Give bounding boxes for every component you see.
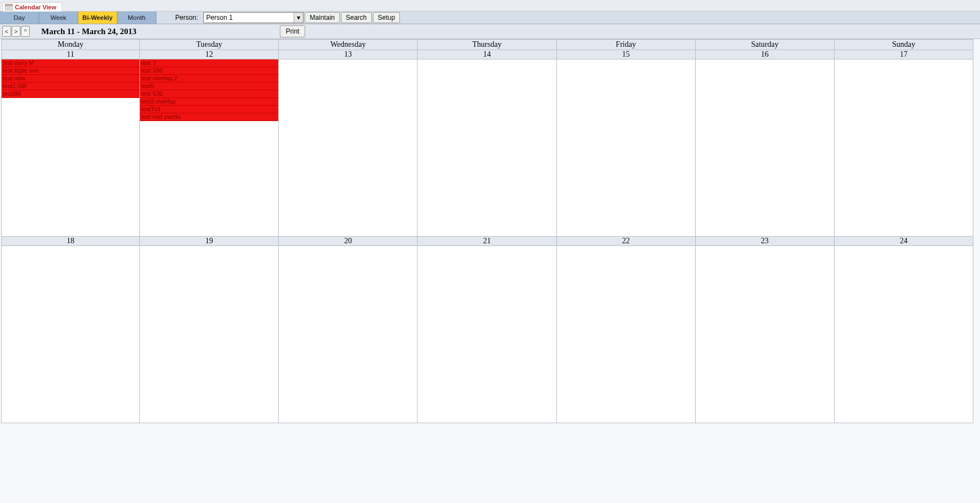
day-header: Wednesday: [279, 39, 418, 50]
date-header: 13: [279, 50, 418, 59]
calendar-event[interactable]: test 3: [140, 59, 278, 67]
week1-date-header: 11 12 13 14 15 16 17: [1, 50, 973, 59]
day-cell-19[interactable]: [140, 246, 279, 423]
date-header: 11: [1, 50, 140, 59]
day-cell-15[interactable]: [557, 59, 696, 237]
calendar-event[interactable]: test5: [140, 83, 278, 90]
svg-rect-3: [7, 8, 12, 9]
calendar-event[interactable]: test early M: [2, 59, 139, 67]
person-select-value: Person 1: [204, 14, 294, 21]
day-cell-12[interactable]: test 3 test 330 test overlap 2 test5 tes…: [140, 59, 279, 237]
week2-date-header: 18 19 20 21 22 23 24: [1, 237, 973, 246]
person-label: Person:: [173, 12, 203, 24]
day-cell-14[interactable]: [418, 59, 556, 237]
day-header: Tuesday: [140, 39, 279, 50]
calendar-event[interactable]: test 330: [140, 67, 278, 75]
day-header: Saturday: [696, 39, 835, 50]
print-button[interactable]: Print: [280, 25, 306, 37]
calendar-event[interactable]: testTu1: [140, 106, 278, 113]
next-button[interactable]: >: [12, 26, 20, 37]
day-cell-22[interactable]: [557, 246, 696, 423]
date-header: 19: [140, 237, 279, 246]
date-header: 20: [279, 237, 418, 246]
view-tab-day[interactable]: Day: [0, 12, 39, 24]
day-cell-24[interactable]: [835, 246, 973, 423]
setup-button[interactable]: Setup: [373, 12, 400, 23]
document-tab-bar: Calendar View: [0, 0, 980, 12]
day-cell-18[interactable]: [1, 246, 140, 423]
search-button[interactable]: Search: [341, 12, 372, 23]
calendar-event[interactable]: test overlap 2: [140, 75, 278, 83]
date-range-label: March 11 - March 24, 2013: [41, 27, 137, 36]
date-header: 24: [835, 237, 973, 246]
view-tab-week[interactable]: Week: [39, 12, 78, 24]
maintain-button[interactable]: Maintain: [305, 12, 339, 23]
date-header: 21: [418, 237, 556, 246]
day-cell-21[interactable]: [418, 246, 556, 423]
calendar-event[interactable]: test triple ove: [2, 67, 139, 75]
day-cell-11[interactable]: test early M test triple ove test new te…: [1, 59, 140, 237]
day-header: Friday: [557, 39, 696, 50]
date-header: 14: [418, 50, 556, 59]
day-header: Thursday: [418, 39, 556, 50]
up-button[interactable]: ^: [21, 26, 30, 37]
view-toolbar: Day Week Bi-Weekly Month Person: Person …: [0, 12, 980, 24]
prev-button[interactable]: <: [2, 26, 11, 37]
document-tab-calendar-view[interactable]: Calendar View: [2, 2, 62, 12]
date-header: 15: [557, 50, 696, 59]
date-header: 17: [835, 50, 973, 59]
day-header: Sunday: [835, 39, 973, 50]
person-select[interactable]: Person 1 ▾: [203, 12, 304, 23]
day-cell-20[interactable]: [279, 246, 418, 423]
calendar-event[interactable]: test3M: [2, 90, 139, 98]
spacer: [156, 12, 173, 24]
chevron-down-icon: ▾: [294, 13, 303, 23]
week1-row: test early M test triple ove test new te…: [1, 59, 973, 237]
date-header: 12: [140, 50, 279, 59]
calendar-event[interactable]: test new: [2, 75, 139, 83]
calendar-event[interactable]: test 530: [140, 90, 278, 98]
view-tab-biweekly[interactable]: Bi-Weekly: [78, 12, 117, 24]
calendar-event[interactable]: test1-5M: [2, 83, 139, 90]
svg-rect-1: [6, 4, 12, 6]
calendar-grid: Monday Tuesday Wednesday Thursday Friday…: [1, 39, 973, 423]
day-cell-17[interactable]: [835, 59, 973, 237]
document-tab-label: Calendar View: [15, 4, 56, 10]
day-cell-23[interactable]: [696, 246, 835, 423]
day-cell-16[interactable]: [696, 59, 835, 237]
date-header: 23: [696, 237, 835, 246]
date-range-bar: < > ^ March 11 - March 24, 2013 Print: [0, 24, 980, 39]
view-tab-month[interactable]: Month: [117, 12, 156, 24]
svg-rect-2: [7, 7, 12, 7]
date-header: 16: [696, 50, 835, 59]
day-name-header: Monday Tuesday Wednesday Thursday Friday…: [1, 39, 973, 50]
week2-row: [1, 246, 973, 423]
date-header: 18: [1, 237, 140, 246]
calendar-event[interactable]: test2 overlap: [140, 98, 278, 106]
calendar-event[interactable]: test mid overla: [140, 113, 278, 121]
day-cell-13[interactable]: [279, 59, 418, 237]
day-header: Monday: [1, 39, 140, 50]
form-icon: [5, 3, 13, 11]
date-header: 22: [557, 237, 696, 246]
